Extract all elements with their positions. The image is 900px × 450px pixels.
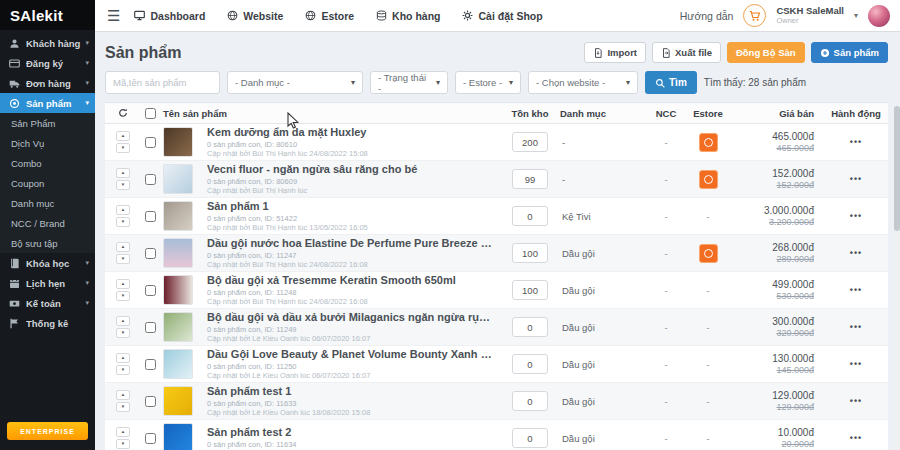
stock-input[interactable] (512, 280, 548, 300)
sidebar-item-ke-toan[interactable]: Kế toán ▾ (0, 293, 95, 313)
row-checkbox[interactable] (137, 285, 163, 296)
move-down-button[interactable]: ▼ (116, 439, 130, 449)
row-actions-button[interactable]: ••• (828, 137, 884, 147)
nav-estore[interactable]: Estore (305, 10, 354, 22)
move-up-button[interactable]: ▲ (116, 205, 130, 215)
product-name[interactable]: Sản phẩm test 2 (207, 426, 494, 440)
row-checkbox[interactable] (137, 433, 163, 444)
product-name[interactable]: Sản phẩm test 1 (207, 385, 494, 399)
sidebar-subitem[interactable]: Combo (0, 153, 95, 173)
sidebar-item-khach-hang[interactable]: Khách hàng ▾ (0, 33, 95, 53)
row-checkbox[interactable] (137, 211, 163, 222)
move-up-button[interactable]: ▲ (116, 279, 130, 289)
product-thumbnail[interactable] (163, 164, 193, 194)
move-down-button[interactable]: ▼ (116, 143, 130, 153)
move-up-button[interactable]: ▲ (116, 353, 130, 363)
row-actions-button[interactable]: ••• (828, 248, 884, 258)
product-thumbnail[interactable] (163, 423, 193, 450)
category-select[interactable]: - Danh mục -▾ (227, 71, 363, 94)
stock-input[interactable] (512, 169, 548, 189)
help-link[interactable]: Hướng dẫn (680, 10, 734, 22)
row-checkbox[interactable] (137, 137, 163, 148)
product-thumbnail[interactable] (163, 349, 193, 379)
stock-input[interactable] (512, 132, 548, 152)
hamburger-menu-icon[interactable]: ☰ (107, 8, 120, 23)
row-actions-button[interactable]: ••• (828, 211, 884, 221)
sidebar-item-dang-ky[interactable]: Đăng ký ▾ (0, 53, 95, 73)
move-down-button[interactable]: ▼ (116, 402, 130, 412)
product-name[interactable]: Kem dưỡng ẩm da mặt Huxley (207, 126, 494, 140)
stock-input[interactable] (512, 428, 548, 448)
cart-badge[interactable] (743, 4, 766, 27)
row-actions-button[interactable]: ••• (828, 396, 884, 406)
product-name[interactable]: Vecni fluor - ngăn ngừa sâu răng cho bé (207, 163, 494, 177)
move-down-button[interactable]: ▼ (116, 180, 130, 190)
move-up-button[interactable]: ▲ (116, 131, 130, 141)
move-up-button[interactable]: ▲ (116, 390, 130, 400)
nav-cai-dat-shop[interactable]: Cài đặt Shop (462, 10, 542, 22)
move-down-button[interactable]: ▼ (116, 254, 130, 264)
sidebar-subitem[interactable]: Bộ sưu tập (0, 233, 95, 253)
row-checkbox[interactable] (137, 322, 163, 333)
product-thumbnail[interactable] (163, 386, 193, 416)
product-thumbnail[interactable] (163, 127, 193, 157)
search-input[interactable] (105, 71, 220, 94)
move-down-button[interactable]: ▼ (116, 217, 130, 227)
export-button[interactable]: Xuất file (652, 42, 721, 63)
stock-input[interactable] (512, 317, 548, 337)
nav-kho-hang[interactable]: Kho hàng (376, 10, 440, 22)
sidebar-subitem[interactable]: Coupon (0, 173, 95, 193)
move-up-button[interactable]: ▲ (116, 316, 130, 326)
stock-input[interactable] (512, 206, 548, 226)
marketplace-icon[interactable] (699, 244, 718, 263)
sidebar-subitem[interactable]: Sản Phẩm (0, 113, 95, 133)
row-checkbox[interactable] (137, 396, 163, 407)
account-caret-icon[interactable]: ▾ (854, 11, 858, 20)
brand-logo[interactable]: SAlekit (0, 0, 95, 30)
marketplace-icon[interactable] (699, 133, 718, 152)
sidebar-subitem[interactable]: Danh mục (0, 193, 95, 213)
stock-input[interactable] (512, 243, 548, 263)
website-select[interactable]: - Chọn website -▾ (528, 71, 638, 94)
refresh-icon[interactable] (109, 108, 137, 118)
row-actions-button[interactable]: ••• (828, 322, 884, 332)
row-actions-button[interactable]: ••• (828, 359, 884, 369)
move-up-button[interactable]: ▲ (116, 168, 130, 178)
avatar[interactable] (868, 5, 890, 27)
marketplace-icon[interactable] (699, 170, 718, 189)
sidebar-item-san-pham-active[interactable]: Sản phẩm ▾ (0, 93, 95, 113)
product-name[interactable]: Bộ dầu gội và dầu xả bưởi Milaganics ngă… (207, 311, 494, 325)
row-checkbox[interactable] (137, 359, 163, 370)
scrollbar-track[interactable] (894, 106, 900, 450)
row-actions-button[interactable]: ••• (828, 174, 884, 184)
row-checkbox[interactable] (137, 174, 163, 185)
product-name[interactable]: Sản phẩm 1 (207, 200, 494, 214)
import-button[interactable]: Import (584, 42, 646, 63)
search-button[interactable]: Tìm (645, 71, 697, 94)
row-checkbox[interactable] (137, 248, 163, 259)
add-product-button[interactable]: Sản phẩm (811, 42, 888, 63)
product-thumbnail[interactable] (163, 201, 193, 231)
product-name[interactable]: Bộ dầu gội xả Tresemme Keratin Smooth 65… (207, 274, 494, 288)
account-menu[interactable]: CSKH SaleMall Owner (776, 6, 844, 25)
stock-input[interactable] (512, 354, 548, 374)
product-thumbnail[interactable] (163, 312, 193, 342)
sidebar-subitem[interactable]: NCC / Brand (0, 213, 95, 233)
row-actions-button[interactable]: ••• (828, 433, 884, 443)
enterprise-button[interactable]: ENTERPRISE (7, 422, 88, 440)
product-name[interactable]: Dầu gội nước hoa Elastine De Perfume Pur… (207, 237, 494, 251)
status-select[interactable]: - Trạng thái -▾ (370, 71, 448, 94)
sidebar-item-khoa-hoc[interactable]: Khóa học ▾ (0, 253, 95, 273)
sidebar-item-don-hang[interactable]: Đơn hàng ▾ (0, 73, 95, 93)
move-down-button[interactable]: ▼ (116, 365, 130, 375)
sync-marketplace-button[interactable]: Đồng Bộ Sàn (727, 42, 805, 63)
select-all-checkbox[interactable] (137, 108, 163, 119)
product-thumbnail[interactable] (163, 275, 193, 305)
sidebar-item-thong-ke[interactable]: Thống kê (0, 313, 95, 333)
move-down-button[interactable]: ▼ (116, 291, 130, 301)
nav-dashboard[interactable]: Dashboard (134, 10, 205, 22)
row-actions-button[interactable]: ••• (828, 285, 884, 295)
sidebar-item-lich-hen[interactable]: Lịch hẹn ▾ (0, 273, 95, 293)
nav-website[interactable]: Website (227, 10, 283, 22)
scrollbar-thumb[interactable] (894, 106, 900, 231)
